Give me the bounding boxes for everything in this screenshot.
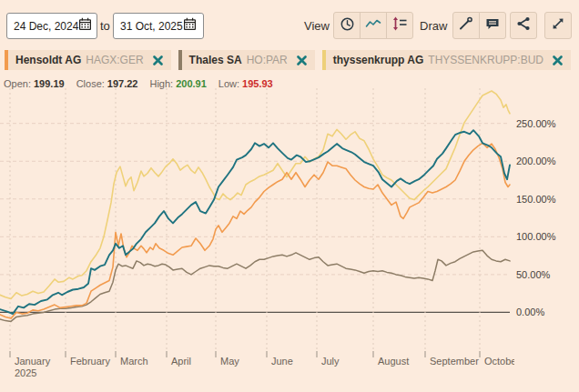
month-label: September (430, 356, 479, 367)
annotation-button[interactable] (479, 12, 506, 39)
trendline-icon (459, 16, 473, 35)
share-icon (516, 16, 531, 35)
date-to-input[interactable]: 31 Oct, 2025 (113, 13, 204, 39)
calendar-icon (183, 17, 197, 35)
y-axis-label: 100.00% (516, 231, 574, 242)
y-axis-label: 150.00% (516, 194, 574, 205)
levels-button[interactable] (386, 12, 413, 39)
expand-icon (551, 16, 565, 35)
clock-icon (340, 16, 355, 35)
date-from-value: 24 Dec, 2024 (14, 20, 78, 33)
series-line-thales-sa (0, 250, 510, 321)
month-label: March (120, 356, 148, 367)
calendar-icon (78, 17, 92, 35)
interval-button[interactable] (333, 12, 361, 39)
expand-button[interactable] (544, 12, 572, 39)
draw-button-group (452, 12, 506, 39)
date-from-input[interactable]: 24 Dec, 2024 (6, 13, 97, 39)
close-icon (297, 55, 307, 65)
y-axis-label: 200.00% (516, 156, 574, 166)
chip-close-button[interactable] (553, 55, 563, 65)
chip-ticker: HO:PAR (247, 54, 288, 66)
month-label: February (70, 356, 111, 367)
month-label: May (220, 356, 239, 367)
month-label: July (321, 356, 340, 367)
trendline-button[interactable] (452, 12, 480, 39)
y-axis-label: 50.00% (516, 269, 574, 280)
chip-close-button[interactable] (153, 55, 163, 65)
line-chart-icon (365, 17, 381, 34)
series-line-hensoldt-ag (0, 143, 510, 318)
month-label: June (271, 356, 293, 367)
chart-app: 24 Dec, 2024 to 31 Oct, 2025 V (0, 0, 579, 392)
instrument-chip[interactable]: Thales SAHO:PAR (178, 50, 315, 70)
month-label: August (378, 356, 409, 367)
annotation-icon (485, 17, 500, 35)
close-icon (153, 55, 163, 65)
chip-close-button[interactable] (297, 55, 307, 65)
chip-ticker: THYSSENKRUPP:BUD (428, 54, 543, 66)
instrument-chip[interactable]: Hensoldt AGHAGX:GER (5, 50, 171, 70)
view-label: View (304, 19, 330, 33)
levels-icon (392, 16, 408, 35)
y-axis-label: 0.00% (516, 307, 574, 317)
month-label: October (484, 356, 514, 367)
chip-ticker: HAGX:GER (86, 54, 143, 66)
share-button[interactable] (510, 12, 537, 39)
date-to-value: 31 Oct, 2025 (120, 20, 183, 33)
to-label: to (100, 19, 110, 33)
month-year-label: 2025 (15, 367, 36, 378)
chip-name: thyssenkrupp AG (333, 54, 424, 66)
month-label: January (15, 356, 51, 367)
instrument-chips: Hensoldt AGHAGX:GERThales SAHO:PARthysse… (5, 50, 571, 70)
close-icon (553, 55, 563, 65)
view-button-group (333, 12, 413, 39)
chip-name: Thales SA (189, 54, 242, 66)
series-line-thyssenkrupp-ag (0, 91, 510, 299)
y-axis-label: 250.00% (516, 118, 574, 129)
instrument-chip[interactable]: thyssenkrupp AGTHYSSENKRUPP:BUD (322, 50, 571, 70)
draw-label: Draw (420, 19, 447, 33)
chip-name: Hensoldt AG (15, 54, 81, 66)
series-line-primary (0, 130, 510, 314)
price-chart[interactable]: January2025FebruaryMarchAprilMayJuneJuly… (0, 86, 514, 392)
month-label: April (171, 356, 191, 367)
line-chart-button[interactable] (360, 12, 387, 39)
